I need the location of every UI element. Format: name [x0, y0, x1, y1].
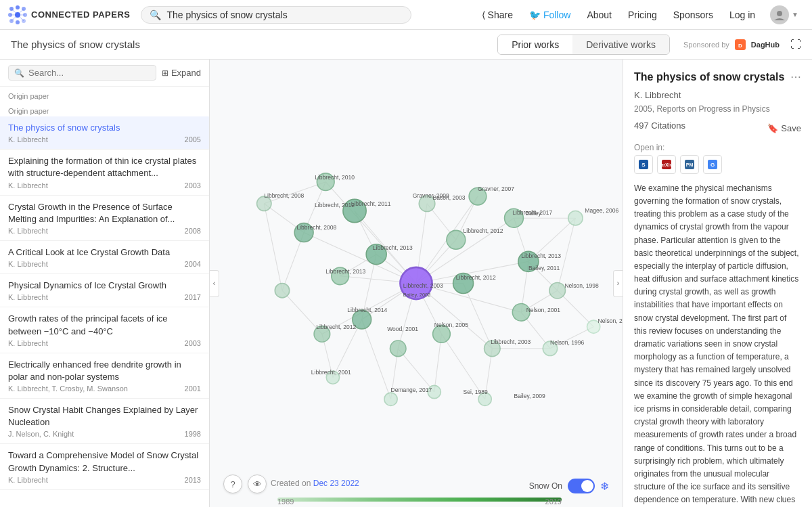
svg-point-89	[384, 393, 397, 405]
open-in-label: Open in:	[634, 143, 664, 152]
snow-toggle-area: Snow On ❄	[529, 479, 609, 493]
right-panel: The physics of snow crystals ⋯ K. Libbre…	[623, 60, 812, 507]
fullscreen-button[interactable]: ⛶	[790, 39, 801, 51]
main-layout: 🔍 ⊞ Expand Origin paper Origin paper The…	[0, 60, 812, 507]
search-icon: 🔍	[150, 9, 161, 20]
timeline-start-label: 1989	[277, 498, 294, 506]
open-semantic-scholar-button[interactable]: S	[634, 155, 653, 174]
svg-text:Bailey: Bailey	[526, 210, 542, 217]
svg-text:Libbrecht, 2012: Libbrecht, 2012	[316, 324, 356, 330]
paper-list-item[interactable]: Growth rates of the principal facets of …	[0, 307, 209, 353]
paper-list-author: K. Libbrecht, T. Crosby, M. Swanson	[8, 384, 128, 393]
paper-list-year: 2013	[185, 476, 201, 484]
login-button[interactable]: Log in	[723, 6, 762, 24]
paper-list-meta: K. Libbrecht 2003	[8, 181, 201, 190]
svg-text:Libbrecht, 2013: Libbrecht, 2013	[373, 244, 413, 251]
tab-derivative-works[interactable]: Derivative works	[572, 35, 669, 54]
created-date-link[interactable]: Dec 23 2022	[313, 479, 359, 488]
origin-label: Origin paper	[0, 87, 209, 102]
paper-list-item[interactable]: Explaining the formation of thin ice cry…	[0, 150, 209, 195]
panel-search-input[interactable]	[28, 68, 150, 78]
svg-text:PM: PM	[686, 162, 694, 167]
expand-icon: ⊞	[162, 68, 168, 78]
svg-text:Nelson, 1996: Nelson, 1996	[550, 339, 585, 346]
paper-list-author: J. Nelson, C. Knight	[8, 430, 74, 438]
svg-line-10	[18, 9, 24, 15]
paper-list-title: Crystal Growth in the Presence of Surfac…	[8, 201, 201, 225]
open-scholar-button[interactable]: G	[703, 155, 722, 174]
avatar-button[interactable]: ▼	[765, 3, 804, 27]
paper-list-title: Physical Dynamics of Ice Crystal Growth	[8, 280, 201, 292]
svg-text:D: D	[738, 43, 742, 49]
search-input[interactable]	[166, 9, 397, 20]
paper-list-author: K. Libbrecht	[8, 293, 48, 301]
svg-line-14	[18, 15, 24, 21]
logo-icon	[8, 5, 27, 24]
paper-list-meta: K. Libbrecht 2004	[8, 260, 201, 268]
paper-list-item[interactable]: Snow Crystal Habit Changes Explained by …	[0, 399, 209, 444]
open-pubmed-button[interactable]: PM	[680, 155, 699, 174]
svg-line-42	[464, 284, 493, 349]
svg-line-13	[12, 15, 18, 21]
svg-text:Libbrecht, 2008: Libbrecht, 2008	[264, 192, 304, 199]
collapse-left-button[interactable]: ‹	[210, 270, 219, 297]
panel-search[interactable]: 🔍	[8, 65, 156, 81]
bookmark-icon: 🔖	[767, 123, 778, 133]
svg-text:Libbrecht, 2012: Libbrecht, 2012	[464, 227, 503, 234]
paper-list-item[interactable]: A Critical Look at Ice Crystal Growth Da…	[0, 241, 209, 274]
svg-text:Nelson, 2001: Nelson, 2001	[526, 307, 561, 313]
origin-label: Origin paper	[0, 102, 209, 116]
follow-button[interactable]: 🐦 Follow	[522, 6, 577, 24]
svg-text:G: G	[710, 162, 715, 168]
paper-list-title: Electrically enhanced free dendrite grow…	[8, 359, 201, 383]
expand-button[interactable]: ⊞ Expand	[162, 68, 201, 78]
paper-list-item[interactable]: Electrically enhanced free dendrite grow…	[0, 353, 209, 399]
paper-list-title: Snow Crystal Habit Changes Explained by …	[8, 404, 201, 428]
sponsors-button[interactable]: Sponsors	[667, 6, 720, 24]
eye-button[interactable]: 👁	[248, 475, 267, 493]
paper-list-meta: K. Libbrecht 2005	[8, 135, 201, 144]
about-button[interactable]: About	[580, 6, 618, 24]
paper-list-item[interactable]: Toward a Comprehensive Model of Snow Cry…	[0, 444, 209, 489]
panel-search-icon: 🔍	[14, 68, 24, 78]
paper-list-item[interactable]: Physical Dynamics of Ice Crystal Growth …	[0, 274, 209, 307]
paper-detail-author: K. Libbrecht	[634, 90, 801, 100]
graph-nodes	[257, 173, 600, 406]
share-button[interactable]: ⟨ Share	[475, 6, 520, 24]
help-button[interactable]: ?	[223, 475, 242, 493]
tab-prior-works[interactable]: Prior works	[498, 35, 572, 54]
paper-list-meta: K. Libbrecht 2008	[8, 227, 201, 235]
share-icon: ⟨	[482, 9, 485, 20]
pricing-button[interactable]: Pricing	[621, 6, 664, 24]
svg-text:Libbrecht, 2003: Libbrecht, 2003	[403, 282, 443, 289]
toggle-knob	[581, 480, 593, 492]
toggle-slider	[568, 479, 595, 493]
more-options-button[interactable]: ⋯	[790, 70, 801, 83]
snow-toggle-switch[interactable]	[568, 479, 595, 493]
avatar	[770, 5, 789, 24]
paper-list-meta: K. Libbrecht, T. Crosby, M. Swanson 2001	[8, 384, 201, 393]
tab-group: Prior works Derivative works	[497, 35, 670, 55]
paper-list: Origin paper Origin paper The physics of…	[0, 87, 209, 507]
paper-list-author: K. Libbrecht	[8, 227, 48, 235]
chevron-down-icon: ▼	[792, 11, 798, 18]
save-button[interactable]: 🔖 Save	[767, 123, 801, 133]
search-bar[interactable]: 🔍	[141, 6, 411, 24]
graph-area: ‹ ›	[210, 60, 623, 507]
timeline-bar	[277, 498, 562, 502]
paper-list-year: 2003	[185, 339, 201, 347]
left-panel: 🔍 ⊞ Expand Origin paper Origin paper The…	[0, 60, 210, 507]
svg-line-61	[264, 204, 282, 290]
svg-point-1	[16, 5, 20, 9]
paper-detail-citations: 497 Citations	[634, 120, 685, 131]
svg-point-71	[390, 340, 406, 357]
svg-text:Libbrecht, 2012: Libbrecht, 2012	[456, 274, 496, 281]
sponsored-label: Sponsored by	[683, 41, 729, 49]
logo: CONNECTED PAPERS	[8, 5, 130, 24]
paper-list-item[interactable]: Crystal Growth in the Presence of Surfac…	[0, 196, 209, 241]
collapse-right-button[interactable]: ›	[613, 270, 623, 297]
paper-list-item[interactable]: The physics of snow crystals K. Libbrech…	[0, 116, 209, 150]
open-arxiv-button[interactable]: arXiv	[657, 155, 676, 174]
paper-list-year: 2005	[185, 135, 201, 144]
paper-list-title: Growth rates of the principal facets of …	[8, 313, 201, 337]
